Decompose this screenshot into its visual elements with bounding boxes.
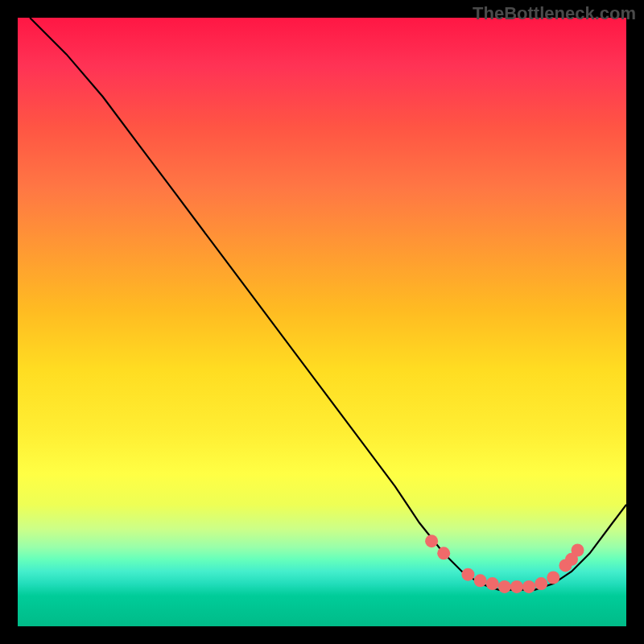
chart-overlay: [18, 18, 626, 626]
valley-marker: [498, 580, 511, 593]
valley-marker: [547, 572, 559, 584]
plot-area: [18, 18, 626, 626]
valley-marker: [572, 544, 584, 557]
valley-marker: [437, 547, 450, 559]
valley-marker: [522, 580, 535, 593]
valley-marker: [510, 580, 523, 593]
valley-marker: [474, 574, 487, 587]
valley-marker: [486, 577, 499, 590]
watermark-text: TheBottleneck.com: [473, 3, 636, 24]
valley-marker: [461, 568, 474, 581]
valley-marker: [535, 577, 547, 590]
bottleneck-curve: [30, 18, 626, 590]
valley-marker: [425, 535, 438, 547]
valley-markers: [425, 535, 584, 593]
